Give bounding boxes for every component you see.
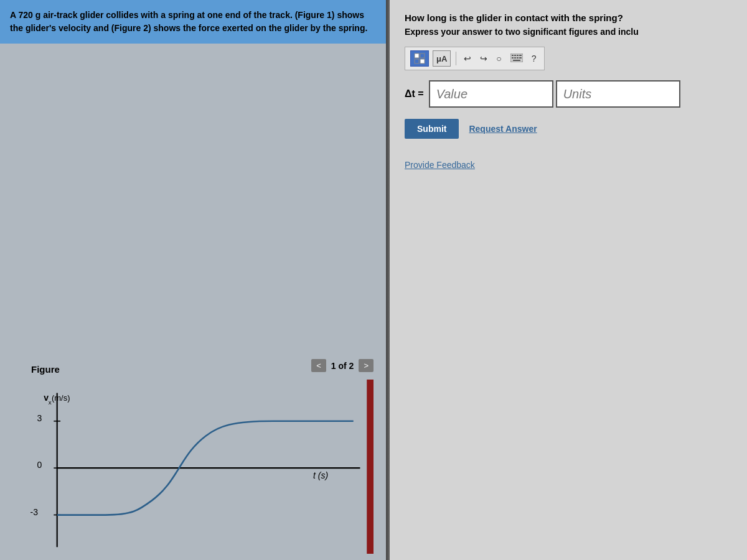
svg-rect-14 xyxy=(420,54,425,58)
help-icon: ? xyxy=(532,54,537,63)
keyboard-button[interactable] xyxy=(508,52,525,65)
redo-button[interactable]: ↪ xyxy=(477,52,490,65)
problem-text-box: A 720 g air-track glider collides with a… xyxy=(0,0,386,44)
matrix-icon xyxy=(414,53,425,64)
instruction-text: Express your answer to two significant f… xyxy=(405,27,732,37)
refresh-button[interactable]: ○ xyxy=(494,52,504,65)
undo-button[interactable]: ↩ xyxy=(461,52,474,65)
provide-feedback-link[interactable]: Provide Feedback xyxy=(405,160,732,170)
svg-rect-22 xyxy=(512,57,514,58)
mu-label: μA xyxy=(436,54,447,63)
svg-text:3: 3 xyxy=(37,413,42,423)
help-button[interactable]: ? xyxy=(529,52,539,65)
submit-button[interactable]: Submit xyxy=(405,119,459,139)
svg-text:0: 0 xyxy=(37,460,42,470)
svg-rect-20 xyxy=(517,55,519,56)
graph-area: Figure < 1 of 2 > v x (m/s) 3 0 -3 xyxy=(0,299,386,560)
svg-text:t (s): t (s) xyxy=(313,470,328,480)
svg-text:x: x xyxy=(49,399,52,406)
right-panel: How long is the glider in contact with t… xyxy=(390,0,747,560)
svg-text:(m/s): (m/s) xyxy=(52,393,70,403)
svg-rect-15 xyxy=(415,59,419,63)
nav-prev-button[interactable]: < xyxy=(311,359,326,372)
refresh-icon: ○ xyxy=(496,54,501,63)
main-container: A 720 g air-track glider collides with a… xyxy=(0,0,747,560)
value-input[interactable] xyxy=(429,80,553,108)
svg-rect-12 xyxy=(367,380,374,554)
buttons-row: Submit Request Answer xyxy=(405,119,732,139)
svg-rect-19 xyxy=(514,55,516,56)
svg-text:-3: -3 xyxy=(31,507,39,517)
svg-rect-26 xyxy=(513,60,520,61)
answer-row: Δt = xyxy=(405,80,732,108)
svg-rect-13 xyxy=(415,54,419,58)
figure-label: Figure xyxy=(12,359,60,377)
question-text: How long is the glider in contact with t… xyxy=(405,12,732,23)
answer-toolbar: μA ↩ ↪ ○ xyxy=(405,47,545,70)
graph-container: v x (m/s) 3 0 -3 t (s) xyxy=(25,380,374,554)
graph-svg: v x (m/s) 3 0 -3 t (s) xyxy=(25,380,374,554)
figure-area xyxy=(0,44,386,299)
mu-button[interactable]: μA xyxy=(433,50,451,67)
left-panel: A 720 g air-track glider collides with a… xyxy=(0,0,386,560)
keyboard-icon xyxy=(510,54,523,62)
request-answer-button[interactable]: Request Answer xyxy=(469,124,537,134)
svg-rect-21 xyxy=(519,55,522,56)
svg-rect-23 xyxy=(514,57,516,58)
nav-label: 1 of 2 xyxy=(331,361,354,371)
nav-next-button[interactable]: > xyxy=(359,359,374,372)
delta-t-label: Δt = xyxy=(405,88,424,100)
svg-rect-18 xyxy=(512,55,514,56)
figure-nav: < 1 of 2 > xyxy=(311,357,374,377)
undo-icon: ↩ xyxy=(464,54,471,63)
problem-text: A 720 g air-track glider collides with a… xyxy=(10,9,376,35)
svg-rect-24 xyxy=(517,57,519,58)
svg-rect-25 xyxy=(519,57,522,58)
redo-icon: ↪ xyxy=(480,54,487,63)
units-input[interactable] xyxy=(556,80,680,108)
matrix-button[interactable] xyxy=(410,50,429,67)
toolbar-separator xyxy=(456,52,456,65)
svg-rect-16 xyxy=(420,59,425,63)
